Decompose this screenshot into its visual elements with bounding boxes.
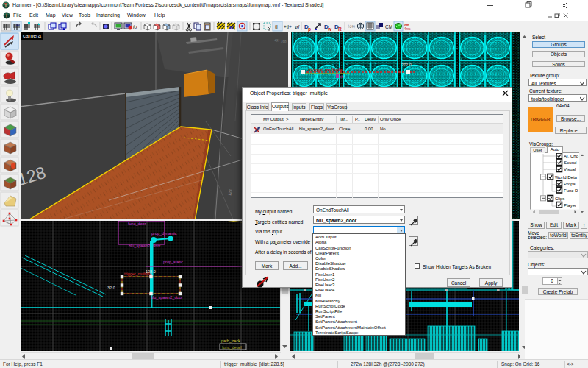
svg-text:tl: tl [275,24,278,30]
svg-text:Func D: Func D [564,188,578,193]
svg-text:trigger_multiple: trigger_multiple [124,272,152,276]
svg-text:blu_spawn2_door: blu_spawn2_door [151,295,183,300]
svg-text:R: R [338,26,342,32]
svg-text:4ms: 4ms [404,27,411,31]
svg-text:+tl+: +tl+ [284,24,292,29]
svg-text:øl: øl [295,24,300,30]
svg-text:Clips: Clips [555,197,564,201]
svg-text:Props: Props [564,182,576,186]
svg-text:Player: Player [564,203,576,208]
svg-text:½¾: ½¾ [348,24,355,29]
svg-text:272.0: 272.0 [401,63,412,67]
svg-text:prop_dynamic: prop_dynamic [151,231,177,236]
svg-text:Visual: Visual [564,167,576,171]
svg-text:prop_static: prop_static [163,260,183,264]
svg-text:CM: CM [385,24,392,29]
svg-text:w: w [327,26,332,32]
svg-text:ph: ph [340,74,344,79]
svg-text:blu_spawn2_door: blu_spawn2_door [129,244,161,248]
svg-text:func_door: func_door [128,222,146,226]
svg-text:io: io [133,24,137,29]
svg-text:trigger_multiple: trigger_multiple [308,67,343,72]
svg-text:p: p [308,26,311,32]
svg-text:32.0: 32.0 [107,286,115,290]
svg-text:path_track: path_track [221,339,240,343]
svg-text:10: 10 [16,23,20,26]
svg-text:Sound: Sound [564,160,576,165]
svg-text:func_detail: func_detail [222,345,242,350]
svg-text:World Deta: World Deta [555,175,578,180]
svg-text:32: 32 [229,25,234,29]
svg-text:AI, Cho: AI, Cho [564,154,579,158]
